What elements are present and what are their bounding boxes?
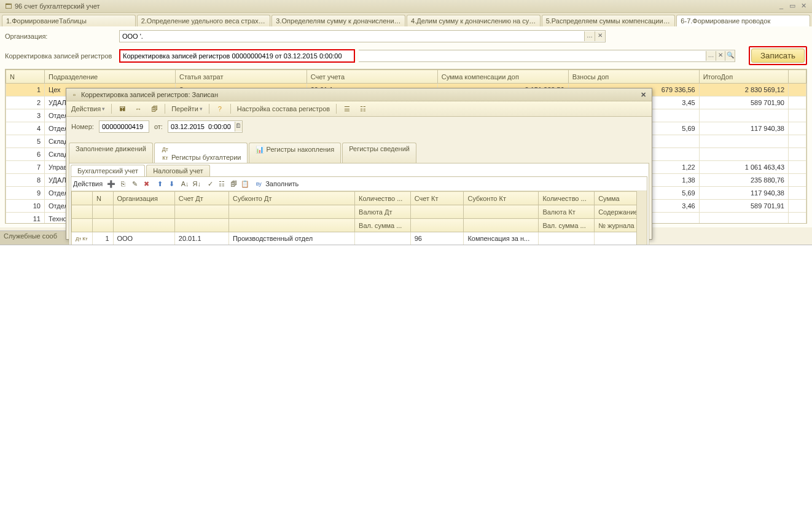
inner-col[interactable] xyxy=(410,205,464,219)
inner-row[interactable]: Дт Кт 1 ООО 20.01.1 Производственный отд… xyxy=(72,232,647,245)
window-titlebar: 🗔 96 счет бухгалтерский учет _ ▭ ✕ xyxy=(0,0,812,13)
col-sum[interactable]: Сумма компенсации доп xyxy=(437,70,568,84)
inner-scrollbar[interactable] xyxy=(636,191,647,245)
tb-icon-2[interactable]: ↔ xyxy=(131,103,145,114)
tb-icon-3[interactable]: 🗐 xyxy=(147,103,161,114)
fill-button[interactable]: Заполнить xyxy=(265,180,299,187)
corr-input[interactable] xyxy=(120,51,354,61)
tb-icon-list2[interactable]: ☷ xyxy=(356,103,370,114)
sort-za-icon[interactable]: Я↓ xyxy=(192,179,201,189)
tb-icon-1[interactable]: 🖬 xyxy=(115,103,129,114)
inner-col[interactable] xyxy=(228,219,354,232)
tb-i1[interactable]: ✓ xyxy=(205,179,215,189)
inner-col[interactable]: Организация xyxy=(113,192,174,205)
inner-col[interactable]: Валюта Кт xyxy=(539,205,595,219)
org-label: Организация: xyxy=(5,33,115,40)
actions-menu[interactable]: Действия xyxy=(69,103,107,114)
col-dep[interactable]: Подразделение xyxy=(45,70,176,84)
calendar-icon[interactable]: 🗓 xyxy=(235,122,242,132)
close-icon[interactable]: ✕ xyxy=(798,2,808,10)
inner-col[interactable] xyxy=(464,219,539,232)
org-input[interactable] xyxy=(120,31,584,41)
col-art[interactable]: Статья затрат xyxy=(176,70,307,84)
tab-5[interactable]: 5.Распределяем суммы компенсации и с... xyxy=(542,15,676,26)
inner-col[interactable] xyxy=(113,205,174,219)
tb-i5[interactable]: ву ну xyxy=(254,179,264,189)
inner-col[interactable] xyxy=(72,205,93,219)
inner-col[interactable] xyxy=(72,219,93,232)
help-icon[interactable]: ? xyxy=(213,103,227,114)
inner-col[interactable] xyxy=(93,219,113,232)
movedown-icon[interactable]: ⬇ xyxy=(166,179,176,189)
num-label: Номер: xyxy=(71,123,94,130)
col-acc[interactable]: Счет учета xyxy=(306,70,437,84)
restore-icon[interactable]: ▭ xyxy=(787,2,797,10)
tab-4[interactable]: 4.Делим сумму к доначислению на сумм... xyxy=(407,15,541,26)
modal-title: Корректировка записей регистров: Записан xyxy=(81,91,218,98)
org-clear-icon[interactable]: ✕ xyxy=(595,31,605,41)
minimize-icon[interactable]: _ xyxy=(776,2,786,10)
inner-col[interactable]: Количество ... xyxy=(355,192,411,205)
register-settings[interactable]: Настройка состава регистров xyxy=(235,103,332,114)
doc-icon: ▫ xyxy=(70,90,79,99)
inner-col[interactable] xyxy=(228,205,354,219)
mtab2-1[interactable]: Налоговый учет xyxy=(146,165,210,176)
app-icon: 🗔 xyxy=(4,2,12,10)
add-icon[interactable]: ➕ xyxy=(106,179,116,189)
inner-col[interactable] xyxy=(174,205,228,219)
inner-col[interactable]: Количество ... xyxy=(539,192,595,205)
inner-col[interactable] xyxy=(72,192,93,205)
inner-col[interactable]: Счет Дт xyxy=(174,192,228,205)
moveup-icon[interactable]: ⬆ xyxy=(155,179,165,189)
sort-az-icon[interactable]: A↓ xyxy=(180,179,190,189)
inner-col[interactable]: Вал. сумма ... xyxy=(539,219,595,232)
edit-icon[interactable]: ✎ xyxy=(130,179,139,189)
tb-i2[interactable]: ☷ xyxy=(217,179,227,189)
num-input[interactable] xyxy=(100,122,151,132)
write-button[interactable]: Записать xyxy=(751,49,805,63)
inner-col[interactable] xyxy=(410,219,464,232)
inner-col[interactable]: Субконто Кт xyxy=(464,192,539,205)
inner-col[interactable]: Валюта Дт xyxy=(355,205,411,219)
delete-icon[interactable]: ✖ xyxy=(141,179,151,189)
modal-close-icon[interactable]: ✕ xyxy=(638,91,648,99)
mtab1-2[interactable]: 📊 Регистры накопления xyxy=(249,143,341,163)
tab-2[interactable]: 2.Определение удельного веса страховы... xyxy=(137,15,271,26)
inner-row-2[interactable]: Сумма комп... xyxy=(72,245,647,246)
inner-col[interactable] xyxy=(174,219,228,232)
window-title: 96 счет бухгалтерский учет xyxy=(15,2,100,10)
inner-col[interactable]: Вал. сумма ... xyxy=(355,219,411,232)
goto-menu[interactable]: Перейти xyxy=(169,103,205,114)
tab-1[interactable]: 1.ФормированиеТаблицы xyxy=(2,15,136,26)
tb-i3[interactable]: 🗐 xyxy=(228,179,238,189)
corr-clear-icon[interactable]: ✕ xyxy=(716,51,725,61)
date-input[interactable] xyxy=(168,122,235,132)
inner-toolbar: Действия ➕ ⎘ ✎ ✖ ⬆ ⬇ A↓ Я↓ ✓ ☷ 🗐 📋 xyxy=(71,177,647,191)
tab-6[interactable]: 6-7.Формирование проводок xyxy=(676,15,810,26)
mtab1-3[interactable]: Регистры сведений xyxy=(342,143,416,163)
corr-field-highlight xyxy=(119,49,355,63)
from-label: от: xyxy=(154,123,163,130)
col-it[interactable]: ИтогоДоп xyxy=(699,70,788,84)
inner-col[interactable]: Счет Кт xyxy=(410,192,464,205)
inner-col[interactable]: Субконто Дт xyxy=(228,192,354,205)
inner-actions[interactable]: Действия xyxy=(73,180,103,187)
col-vz[interactable]: Взносы доп xyxy=(568,70,699,84)
corr-open-icon[interactable]: 🔍 xyxy=(725,51,735,61)
dtkt-row-icon: Дт Кт xyxy=(76,235,84,243)
tb-i4[interactable]: 📋 xyxy=(240,179,250,189)
copy-icon[interactable]: ⎘ xyxy=(118,179,128,189)
org-select-icon[interactable]: … xyxy=(584,31,595,41)
tb-icon-list1[interactable]: ☰ xyxy=(340,103,354,114)
tab-3[interactable]: 3.Определелям сумму к доначислению ... xyxy=(271,15,405,26)
corr-select-icon[interactable]: … xyxy=(706,51,716,61)
inner-col[interactable] xyxy=(93,205,113,219)
col-n[interactable]: N xyxy=(6,70,45,84)
mtab2-0[interactable]: Бухгалтерский учет xyxy=(71,165,145,176)
inner-col[interactable] xyxy=(464,205,539,219)
corr-input-ext[interactable] xyxy=(359,51,706,61)
inner-col[interactable]: N xyxy=(93,192,113,205)
inner-col[interactable] xyxy=(113,219,174,232)
mtab1-1[interactable]: Дт Кт Регистры бухгалтерии xyxy=(154,143,248,163)
mtab1-0[interactable]: Заполнение движений xyxy=(69,143,153,163)
